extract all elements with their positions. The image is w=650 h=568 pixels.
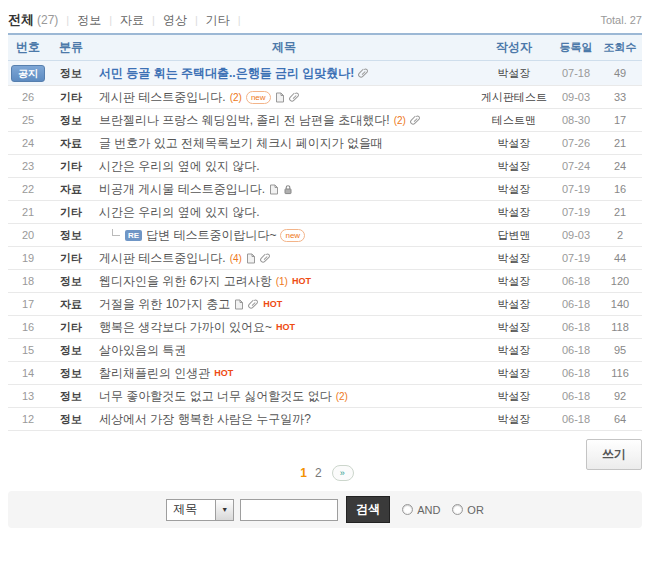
post-title-link[interactable]: 답변 테스트중이랍니다~ (146, 227, 276, 244)
search-or-option[interactable]: OR (452, 504, 484, 516)
search-field-select[interactable]: 제목 ▼ (166, 499, 234, 521)
row-category-cell: 정보 (48, 343, 94, 358)
row-date-cell: 06-18 (554, 413, 598, 425)
tab-all-count: (27) (37, 13, 58, 27)
document-icon (269, 184, 279, 195)
row-author-cell: 박설장 (474, 343, 554, 358)
row-number-cell: 14 (8, 367, 48, 379)
post-title-link[interactable]: 글 번호가 있고 전체목록보기 체크시 페이지가 없을때 (99, 135, 383, 152)
row-views-cell: 24 (598, 160, 642, 172)
row-author-cell: 테스트맨 (474, 113, 554, 128)
post-title-link[interactable]: 세상에서 가장 행복한 사람은 누구일까? (99, 411, 311, 428)
and-radio[interactable] (402, 504, 413, 515)
row-category-cell: 정보 (48, 228, 94, 243)
hot-badge: HOT (263, 299, 282, 309)
row-views-cell: 21 (598, 206, 642, 218)
post-title-link[interactable]: 게시판 테스트중입니다. (99, 250, 226, 267)
pagination-page-current[interactable]: 1 (300, 466, 307, 480)
tab-all[interactable]: 전체 (8, 11, 34, 29)
category-tabbar: 전체 (27) |정보|자료|영상|기타| Total. 27 (8, 9, 642, 31)
table-row: 17자료거절을 위한 10가지 충고HOT박설장06-18140 (8, 293, 642, 316)
post-title-link[interactable]: 게시판 테스트중입니다. (99, 89, 226, 106)
post-title-link[interactable]: 행복은 생각보다 가까이 있어요~ (99, 319, 272, 336)
row-views-cell: 140 (598, 298, 642, 310)
row-title-cell: 시간은 우리의 옆에 있지 않다. (94, 204, 474, 221)
pagination-page[interactable]: 2 (315, 466, 322, 480)
post-title-link[interactable]: 웹디자인을 위한 6가지 고려사항 (99, 273, 272, 290)
table-row: 15정보살아있음의 특권박설장06-1895 (8, 339, 642, 362)
lock-icon (283, 184, 293, 195)
row-category-cell: 정보 (48, 274, 94, 289)
or-radio[interactable] (452, 504, 463, 515)
search-and-option[interactable]: AND (402, 504, 440, 516)
row-views-cell: 16 (598, 183, 642, 195)
pagination-next-button[interactable]: » (332, 465, 354, 481)
row-category-cell: 자료 (48, 136, 94, 151)
row-number-cell: 17 (8, 298, 48, 310)
row-author-cell: 박설장 (474, 274, 554, 289)
row-title-cell: RE답변 테스트중이랍니다~new (94, 227, 474, 244)
comment-count: (2) (230, 92, 242, 103)
post-title-link[interactable]: 시간은 우리의 옆에 있지 않다. (99, 204, 260, 221)
row-views-cell: 17 (598, 114, 642, 126)
row-views-cell: 120 (598, 275, 642, 287)
post-title-link[interactable]: 비공개 게시물 테스트중입니다. (99, 181, 265, 198)
row-date-cell: 06-18 (554, 367, 598, 379)
row-author-cell: 박설장 (474, 389, 554, 404)
pagination-pages: 12 (296, 466, 325, 480)
row-title-cell: 게시판 테스트중입니다.(2)new (94, 89, 474, 106)
row-number-cell: 21 (8, 206, 48, 218)
row-number-cell: 26 (8, 91, 48, 103)
row-category-cell: 기타 (48, 90, 94, 105)
row-author-cell: 게시판테스트 (474, 90, 554, 105)
row-views-cell: 64 (598, 413, 642, 425)
table-row: 19기타게시판 테스트중입니다.(4)박설장07-1944 (8, 247, 642, 270)
table-row: 18정보웹디자인을 위한 6가지 고려사항(1)HOT박설장06-18120 (8, 270, 642, 293)
table-row: 22자료비공개 게시물 테스트중입니다.박설장07-1916 (8, 178, 642, 201)
document-icon (234, 299, 244, 310)
row-views-cell: 49 (598, 67, 642, 79)
row-views-cell: 118 (598, 321, 642, 333)
tab-3[interactable]: 기타 (206, 12, 230, 29)
dropdown-arrow-icon[interactable]: ▼ (215, 500, 233, 520)
table-row: 24자료글 번호가 있고 전체목록보기 체크시 페이지가 없을때박설장07-26… (8, 132, 642, 155)
search-input[interactable] (240, 499, 338, 521)
header-author: 작성자 (474, 39, 554, 56)
row-date-cell: 07-24 (554, 160, 598, 172)
table-row: 12정보세상에서 가장 행복한 사람은 누구일까?박설장06-1864 (8, 408, 642, 431)
post-title-link[interactable]: 시간은 우리의 옆에 있지 않다. (99, 158, 260, 175)
post-title-link[interactable]: 거절을 위한 10가지 충고 (99, 296, 230, 313)
row-date-cell: 06-18 (554, 344, 598, 356)
attachment-clip-icon (410, 115, 421, 126)
post-title-link[interactable]: 서민 등골 휘는 주택대출..은행들 금리 입맞췄나! (99, 65, 354, 82)
attachment-clip-icon (248, 299, 259, 310)
tab-1[interactable]: 자료 (120, 12, 144, 29)
post-title-link[interactable]: 찰리채플린의 인생관 (99, 365, 210, 382)
table-row: 14정보찰리채플린의 인생관HOT박설장06-18116 (8, 362, 642, 385)
new-badge: new (280, 229, 305, 242)
row-title-cell: 브란젤리나 프랑스 웨딩임박, 졸리 전 남편을 초대했다!(2) (94, 112, 474, 129)
row-date-cell: 06-18 (554, 275, 598, 287)
row-date-cell: 07-19 (554, 206, 598, 218)
row-number-cell: 23 (8, 160, 48, 172)
row-views-cell: 95 (598, 344, 642, 356)
tab-2[interactable]: 영상 (163, 12, 187, 29)
document-icon (275, 92, 285, 103)
search-bar: 제목 ▼ 검색 AND OR (8, 491, 642, 528)
row-date-cell: 06-18 (554, 321, 598, 333)
new-badge: new (246, 91, 271, 104)
comment-count: (4) (230, 253, 242, 264)
post-title-link[interactable]: 너무 좋아할것도 없고 너무 싫어할것도 없다 (99, 388, 332, 405)
category-tabs: |정보|자료|영상|기타| (58, 12, 248, 29)
post-title-link[interactable]: 브란젤리나 프랑스 웨딩임박, 졸리 전 남편을 초대했다! (99, 112, 390, 129)
search-button[interactable]: 검색 (346, 496, 390, 523)
row-category-cell: 정보 (48, 389, 94, 404)
row-number-cell: 22 (8, 183, 48, 195)
tab-0[interactable]: 정보 (77, 12, 101, 29)
header-date: 등록일 (554, 40, 598, 55)
row-number-cell: 18 (8, 275, 48, 287)
row-number-cell: 13 (8, 390, 48, 402)
row-date-cell: 07-19 (554, 252, 598, 264)
post-title-link[interactable]: 살아있음의 특권 (99, 342, 186, 359)
row-author-cell: 박설장 (474, 66, 554, 81)
